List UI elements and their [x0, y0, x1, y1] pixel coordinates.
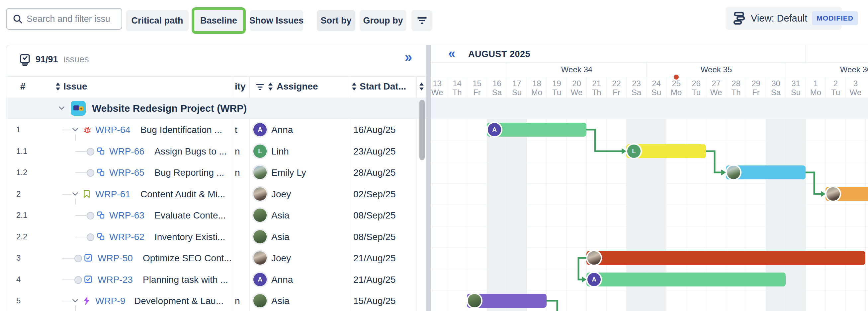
gridline-horizontal — [431, 290, 868, 290]
view-selector-label: View: Default — [751, 13, 807, 24]
gantt-bar[interactable] — [626, 144, 706, 158]
critical-path-button[interactable]: Critical path — [126, 10, 189, 31]
issue-key-link[interactable]: WRP-64 — [95, 125, 130, 135]
gridline-horizontal — [431, 226, 868, 227]
col-divider — [249, 76, 250, 98]
end-date-sort-icon[interactable] — [419, 82, 424, 91]
connector-line — [547, 301, 557, 311]
row-chevron-down-icon[interactable] — [72, 299, 79, 303]
assignee-name: Anna — [271, 275, 293, 285]
connector-line — [586, 130, 622, 151]
gantt-card: 91/91 issues » # Issue ity Assignee Star… — [6, 45, 868, 311]
gridline-vertical — [706, 98, 706, 311]
assignee-avatar: A — [253, 123, 267, 136]
row-chevron-down-icon[interactable] — [72, 192, 79, 196]
row-number: 1.2 — [16, 168, 27, 177]
expand-panel-icon[interactable]: » — [405, 50, 412, 64]
col-divider — [416, 269, 417, 290]
week-cell: Week 36 — [786, 62, 868, 77]
table-scrollbar[interactable] — [420, 100, 425, 160]
issue-summary: Evaluate Conte... — [154, 210, 226, 221]
issue-key-link[interactable]: WRP-62 — [109, 232, 145, 242]
day-cell: 15Fr — [467, 77, 487, 98]
col-divider — [233, 76, 233, 98]
day-cell: 24Su — [646, 77, 666, 98]
table-row[interactable]: 1.1WRP-66Assign Bugs to ...nLLinh23/Aug/… — [6, 141, 426, 163]
filter-button[interactable] — [411, 10, 432, 31]
table-row[interactable]: 2.1WRP-63Evaluate Conte...Asia08/Sep/25 — [6, 205, 426, 227]
baseline-button[interactable]: Baseline — [194, 10, 243, 31]
group-by-button[interactable]: Group by — [360, 10, 406, 31]
col-divider — [249, 269, 250, 290]
sort-by-button[interactable]: Sort by — [317, 10, 355, 31]
gantt-bar[interactable] — [467, 294, 547, 308]
column-assignee[interactable]: Assignee — [277, 81, 318, 92]
col-divider — [233, 162, 233, 183]
assignee-sort-icon[interactable] — [268, 82, 273, 91]
assignee-filter-icon[interactable] — [256, 83, 264, 91]
gantt-timeline-panel: « AUGUST 2025 Week 34Week 35Week 36 13We… — [431, 45, 868, 311]
gridline-vertical — [686, 98, 686, 311]
gantt-bar[interactable] — [826, 187, 868, 201]
gridline-vertical — [746, 98, 746, 311]
scroll-left-icon[interactable]: « — [448, 47, 455, 60]
col-divider — [249, 226, 250, 248]
start-date-sort-icon[interactable] — [352, 82, 356, 91]
gantt-bar[interactable] — [586, 273, 786, 286]
table-row[interactable]: 4WRP-23Planning task with ...AAnna21/Aug… — [6, 269, 426, 291]
issue-key-link[interactable]: WRP-9 — [95, 296, 125, 306]
table-row[interactable]: 3WRP-50Optimize SEO Cont...Joey21/Aug/25 — [6, 247, 426, 269]
issue-key-link[interactable]: WRP-50 — [98, 253, 133, 264]
tree-stub-line — [62, 258, 75, 258]
project-row[interactable]: +Website Redesign Project (WRP) — [6, 98, 426, 119]
row-chevron-down-icon[interactable] — [72, 128, 79, 132]
table-row[interactable]: 1WRP-64Bug Identification ...tAAnna16/Au… — [6, 119, 426, 141]
issue-key-link[interactable]: WRP-23 — [98, 275, 133, 285]
show-issues-button[interactable]: Show Issues — [250, 10, 303, 31]
column-num[interactable]: # — [20, 81, 26, 92]
issue-sort-icon[interactable] — [56, 82, 60, 91]
issue-summary: Optimize SEO Cont... — [143, 253, 232, 264]
column-priority-clipped[interactable]: ity — [235, 81, 246, 92]
tree-stub-line — [75, 237, 87, 237]
issue-key-link[interactable]: WRP-66 — [109, 146, 145, 157]
search-input[interactable] — [26, 13, 110, 25]
issue-key-link[interactable]: WRP-65 — [109, 167, 145, 178]
day-cell: 25Mo — [666, 77, 686, 98]
gantt-bar[interactable] — [487, 123, 586, 137]
subtask-icon — [97, 147, 105, 155]
week-cell: Week 35 — [646, 62, 786, 77]
table-row[interactable]: 2.2WRP-62Inventory Existi...Asia08/Sep/2… — [6, 226, 426, 248]
table-row[interactable]: 2WRP-61Content Audit & Mi...Joey02/Sep/2… — [6, 183, 426, 205]
status-circle — [74, 276, 82, 284]
col-divider — [233, 226, 233, 248]
gantt-bar[interactable] — [726, 166, 806, 179]
status-circle — [74, 255, 82, 262]
col-divider — [350, 141, 350, 162]
week-cell: Week 34 — [507, 62, 647, 77]
gridline-horizontal — [431, 205, 868, 205]
column-start-date[interactable]: Start Dat... — [360, 81, 406, 92]
month-label: AUGUST 2025 — [468, 49, 530, 59]
panel-resize-divider[interactable] — [426, 45, 431, 311]
table-row[interactable]: 1.2WRP-65Bug Reporting ...nEmily Ly28/Au… — [6, 162, 426, 184]
issue-key-link[interactable]: WRP-61 — [95, 189, 130, 200]
gantt-bar-avatar — [827, 187, 840, 201]
issues-count-header: 91/91 issues » — [6, 45, 426, 77]
project-chevron-down-icon[interactable] — [58, 106, 65, 110]
day-cell: 30Sa — [766, 77, 786, 98]
assignee-avatar — [253, 166, 267, 179]
gantt-bar[interactable] — [586, 251, 865, 265]
view-selector-button[interactable]: View: Default MODIFIED — [725, 7, 842, 30]
column-issue[interactable]: Issue — [63, 81, 87, 92]
view-layers-icon — [732, 11, 747, 26]
table-column-header: # Issue ity Assignee Start Dat... — [6, 76, 426, 98]
tree-branch-line — [75, 305, 76, 311]
table-row[interactable]: 5WRP-9Development & Lau...nAsia15/Aug/25 — [6, 290, 426, 311]
issue-key-link[interactable]: WRP-63 — [109, 210, 145, 221]
col-divider — [416, 76, 417, 98]
assignee-name: Asia — [271, 232, 289, 242]
day-cell: 29Fr — [746, 77, 766, 98]
tree-stub-line — [75, 172, 87, 173]
assignee-avatar: A — [253, 273, 267, 286]
